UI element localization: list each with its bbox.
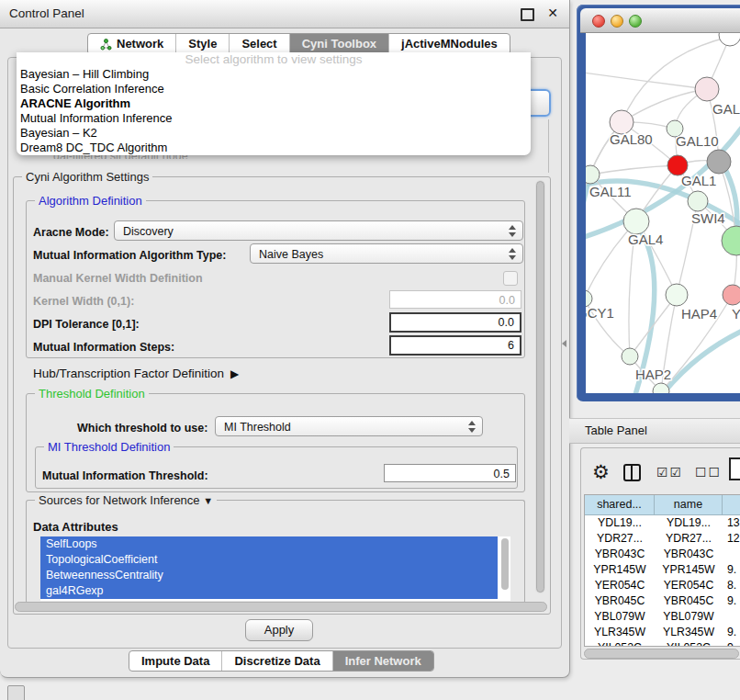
network-node[interactable] <box>719 33 740 46</box>
network-view-frame: GALGAL80GAL10GAL1GAL11SWI4GAL4GCY1HAP4YH… <box>577 5 740 401</box>
tab-select[interactable]: Select <box>229 34 288 54</box>
network-edge[interactable] <box>590 165 678 175</box>
network-edge[interactable] <box>657 329 740 393</box>
splitter-collapse-icon[interactable] <box>558 340 566 347</box>
network-edge[interactable] <box>586 72 707 89</box>
manual-kernel-label: Manual Kernel Width Definition <box>33 272 203 285</box>
network-edge[interactable] <box>586 122 622 299</box>
algorithm-dropdown-popup: Select algorithm to view settings Bayesi… <box>17 52 531 155</box>
collapse-arrow-icon: ▼ <box>203 495 213 506</box>
deselect-all-icon[interactable]: ☐☐ <box>695 465 722 480</box>
algorithm-option[interactable]: Mutual Information Inference <box>17 111 531 126</box>
table-horizontal-scrollbar[interactable] <box>584 649 739 659</box>
table-row[interactable]: YDR27...YDR27...12 <box>585 531 740 547</box>
table-row[interactable]: YLR345WYLR345W9. <box>585 625 740 640</box>
mi-steps-field[interactable]: 6 <box>389 335 521 356</box>
hub-definition-expander[interactable]: Hub/Transcription Factor Definition▶ <box>33 367 239 380</box>
network-node[interactable] <box>688 191 708 211</box>
table-cell: YLR345W <box>655 625 723 640</box>
network-node[interactable] <box>623 209 649 234</box>
algorithm-option[interactable]: Bayesian – Hill Climbing <box>17 67 531 82</box>
close-panel-icon[interactable]: ✕ <box>547 6 558 20</box>
document-icon[interactable] <box>729 457 740 480</box>
table-body: YDL19...YDL19...13YDR27...YDR27...12YBR0… <box>585 515 740 647</box>
algorithm-option[interactable]: Bayesian – K2 <box>17 126 531 141</box>
mi-threshold-field[interactable]: 0.5 <box>384 464 516 482</box>
table-row[interactable]: YPR145WYPR145W9. <box>585 562 740 578</box>
which-threshold-select[interactable]: MI Threshold <box>215 416 483 436</box>
columns-icon[interactable] <box>623 464 641 481</box>
table-row[interactable]: YER054CYER054C8. <box>585 578 740 593</box>
table-cell: 12 <box>723 531 740 547</box>
table-cell: YPR145W <box>585 562 655 578</box>
algorithm-popup-list: Bayesian – Hill ClimbingBasic Correlatio… <box>17 67 531 155</box>
list-scrollbar[interactable] <box>501 538 509 590</box>
kernel-width-field[interactable]: 0.0 <box>389 290 521 309</box>
network-edge[interactable] <box>622 89 707 122</box>
column-header[interactable] <box>723 495 740 514</box>
network-node[interactable] <box>723 285 740 305</box>
tab-style[interactable]: Style <box>175 34 229 54</box>
close-window-icon[interactable] <box>592 15 605 28</box>
settings-horizontal-scrollbar[interactable] <box>15 602 547 612</box>
attribute-item[interactable]: BetweennessCentrality <box>40 568 498 583</box>
network-node[interactable] <box>695 77 719 101</box>
table-row[interactable]: YBL079WYBL079W <box>585 609 740 625</box>
table-row[interactable]: YBR043CYBR043C <box>585 547 740 562</box>
algorithm-option[interactable]: ARACNE Algorithm <box>17 96 531 111</box>
table-cell: 13 <box>723 515 740 531</box>
tab-network[interactable]: Network <box>88 34 175 54</box>
tab-discretize-data[interactable]: Discretize Data <box>221 651 331 671</box>
groupbox-fragment <box>548 119 549 173</box>
node-table[interactable]: shared...name YDL19...YDL19...13YDR27...… <box>584 494 740 647</box>
node-label: HAP4 <box>681 306 717 322</box>
table-cell: YDL19... <box>655 515 723 531</box>
algorithm-option[interactable]: Dream8 DC_TDC Algorithm <box>17 141 531 155</box>
network-window-titlebar[interactable] <box>580 8 740 33</box>
data-attributes-list[interactable]: SelfLoopsTopologicalCoefficientBetweenne… <box>40 536 510 601</box>
network-node[interactable] <box>586 165 600 184</box>
minimize-window-icon[interactable] <box>611 15 623 28</box>
table-cell <box>723 609 740 625</box>
network-canvas[interactable]: GALGAL80GAL10GAL1GAL11SWI4GAL4GCY1HAP4YH… <box>586 33 740 393</box>
attribute-item[interactable]: TopologicalCoefficient <box>40 552 498 568</box>
dock-panel-icon[interactable] <box>7 685 25 700</box>
mi-type-select[interactable]: Naive Bayes <box>250 243 523 264</box>
settings-vertical-scrollbar[interactable] <box>535 180 545 593</box>
zoom-window-icon[interactable] <box>629 15 642 28</box>
algorithm-definition-legend: Algorithm Definition <box>35 194 146 208</box>
select-all-icon[interactable]: ☑☑ <box>656 465 683 480</box>
network-node[interactable] <box>666 284 688 306</box>
tab-infer-network[interactable]: Infer Network <box>332 651 433 671</box>
mi-threshold-legend: MI Threshold Definition <box>44 440 174 454</box>
table-row[interactable]: YIL052CYIL052C9. <box>585 640 740 647</box>
node-label: HAP2 <box>635 367 671 382</box>
aracne-mode-select[interactable]: Discovery <box>114 220 523 241</box>
dpi-tolerance-field[interactable]: 0.0 <box>389 312 521 333</box>
app-root: { "window": { "title": "Control Panel" }… <box>0 0 740 700</box>
which-threshold-label: Which threshold to use: <box>77 422 207 435</box>
table-cell: YBR045C <box>655 593 723 609</box>
tab-impute-data[interactable]: Impute Data <box>129 651 221 671</box>
tab-cyni-toolbox[interactable]: Cyni Toolbox <box>289 34 388 54</box>
table-cell: YBR043C <box>655 547 723 562</box>
float-window-icon[interactable] <box>521 8 534 21</box>
gear-icon[interactable]: ⚙ <box>592 461 610 483</box>
manual-kernel-checkbox[interactable] <box>503 271 518 286</box>
column-header[interactable]: shared... <box>585 495 655 514</box>
network-node[interactable] <box>722 226 740 255</box>
tab-jactivemnodules[interactable]: jActiveMNodules <box>388 34 510 54</box>
column-header[interactable]: name <box>655 495 723 514</box>
attribute-item[interactable]: SelfLoops <box>40 536 498 552</box>
network-node[interactable] <box>622 348 638 365</box>
algorithm-option[interactable]: Basic Correlation Inference <box>17 82 531 96</box>
table-cell: 9. <box>723 593 740 609</box>
sources-legend[interactable]: Sources for Network Inference ▼ <box>35 493 217 507</box>
network-node[interactable] <box>707 150 731 174</box>
network-graph: GALGAL80GAL10GAL1GAL11SWI4GAL4GCY1HAP4YH… <box>586 33 740 393</box>
apply-button[interactable]: Apply <box>245 619 313 641</box>
node-label: GCY1 <box>586 305 614 321</box>
table-row[interactable]: YDL19...YDL19...13 <box>585 515 740 531</box>
attribute-item[interactable]: gal4RGexp <box>40 583 498 599</box>
table-row[interactable]: YBR045CYBR045C9. <box>585 593 740 609</box>
